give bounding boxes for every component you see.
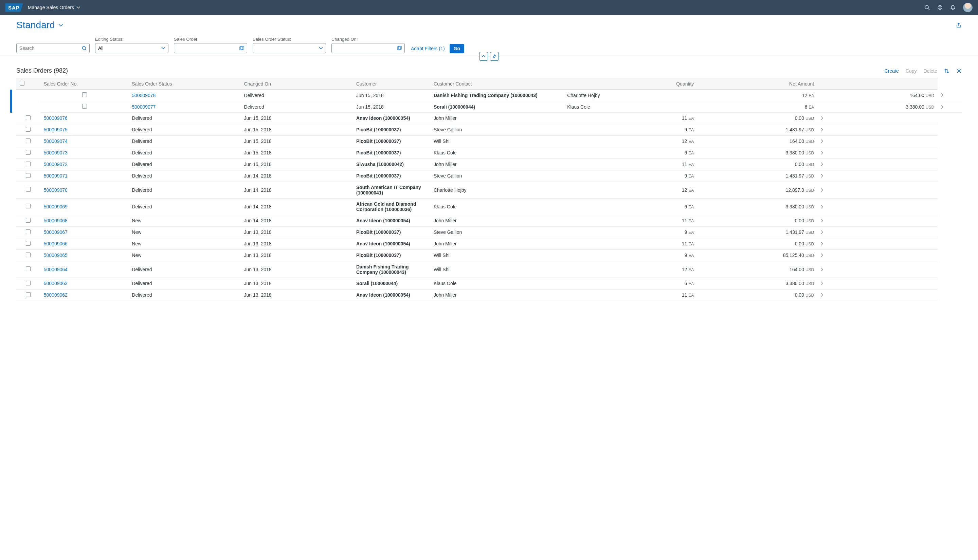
col-net-amount[interactable]: Net Amount: [697, 78, 818, 90]
col-changed-on[interactable]: Changed On: [241, 78, 353, 90]
order-no-link[interactable]: 500009069: [44, 204, 68, 209]
col-quantity[interactable]: Quantity: [564, 78, 697, 90]
chevron-right-icon[interactable]: [821, 230, 934, 234]
sales-order-input[interactable]: [174, 45, 237, 51]
pin-button[interactable]: [490, 52, 499, 61]
order-no-link[interactable]: 500009063: [44, 281, 68, 286]
chevron-right-icon[interactable]: [821, 116, 934, 120]
order-no-link[interactable]: 500009072: [44, 162, 68, 167]
shell-title[interactable]: Manage Sales Orders: [28, 5, 80, 10]
row-checkbox[interactable]: [82, 104, 87, 108]
col-contact[interactable]: Customer Contact: [430, 78, 564, 90]
order-no-link[interactable]: 500009074: [44, 138, 68, 144]
chevron-right-icon[interactable]: [821, 242, 934, 246]
table-row[interactable]: 500009069DeliveredJun 14, 2018African Go…: [16, 198, 962, 215]
variant-selector[interactable]: Standard: [16, 20, 63, 30]
chevron-right-icon[interactable]: [941, 93, 958, 97]
bell-icon[interactable]: [950, 5, 956, 10]
avatar[interactable]: [963, 3, 973, 12]
table-row[interactable]: 500009063DeliveredJun 13, 2018Sorali (10…: [16, 278, 962, 289]
row-checkbox[interactable]: [26, 173, 30, 178]
go-button[interactable]: Go: [450, 44, 464, 53]
sales-order-status-select[interactable]: [253, 43, 326, 53]
adapt-filters-button[interactable]: Adapt Filters (1): [411, 46, 445, 51]
search-icon[interactable]: [79, 46, 89, 50]
chevron-right-icon[interactable]: [821, 293, 934, 297]
value-help-icon[interactable]: [237, 46, 247, 50]
table-row[interactable]: 500009071DeliveredJun 14, 2018PicoBit (1…: [16, 170, 962, 182]
order-no-link[interactable]: 500009071: [44, 173, 68, 178]
copy-button[interactable]: Copy: [906, 68, 917, 73]
col-status[interactable]: Sales Order Status: [129, 78, 240, 90]
table-row[interactable]: 500009077DeliveredJun 15, 2018Sorali (10…: [16, 101, 962, 113]
row-checkbox[interactable]: [26, 241, 30, 246]
row-checkbox[interactable]: [82, 92, 87, 97]
chevron-right-icon[interactable]: [821, 218, 934, 223]
row-checkbox[interactable]: [26, 187, 30, 192]
order-no-link[interactable]: 500009070: [44, 187, 68, 193]
chevron-right-icon[interactable]: [941, 105, 958, 109]
table-row[interactable]: 500009073DeliveredJun 15, 2018PicoBit (1…: [16, 147, 962, 158]
order-no-link[interactable]: 500009067: [44, 230, 68, 235]
table-row[interactable]: 500009072DeliveredJun 15, 2018Siwusha (1…: [16, 158, 962, 170]
chevron-right-icon[interactable]: [821, 253, 934, 257]
value-help-icon[interactable]: [394, 46, 404, 50]
order-no-link[interactable]: 500009062: [44, 292, 68, 298]
row-checkbox[interactable]: [26, 292, 30, 297]
row-checkbox[interactable]: [26, 253, 30, 257]
create-button[interactable]: Create: [885, 68, 899, 73]
row-checkbox[interactable]: [26, 150, 30, 155]
row-checkbox[interactable]: [26, 162, 30, 166]
chevron-right-icon[interactable]: [821, 188, 934, 192]
table-row[interactable]: 500009062DeliveredJun 13, 2018Anav Ideon…: [16, 289, 962, 301]
editing-status-select[interactable]: [95, 43, 169, 53]
row-checkbox[interactable]: [26, 115, 30, 120]
order-no-link[interactable]: 500009078: [132, 93, 155, 98]
table-row[interactable]: 500009064DeliveredJun 13, 2018Danish Fis…: [16, 261, 962, 278]
changed-on-input[interactable]: [332, 45, 394, 51]
row-checkbox[interactable]: [26, 138, 30, 143]
chevron-right-icon[interactable]: [821, 205, 934, 209]
table-row[interactable]: 500009075DeliveredJun 15, 2018PicoBit (1…: [16, 124, 962, 135]
row-checkbox[interactable]: [26, 203, 30, 208]
chevron-right-icon[interactable]: [821, 174, 934, 178]
chevron-right-icon[interactable]: [821, 128, 934, 132]
order-no-link[interactable]: 500009064: [44, 267, 68, 272]
sort-button[interactable]: [944, 68, 950, 73]
order-no-link[interactable]: 500009077: [132, 104, 155, 110]
table-row[interactable]: 500009074DeliveredJun 15, 2018PicoBit (1…: [16, 135, 962, 147]
sap-logo[interactable]: SAP: [5, 3, 23, 12]
chevron-right-icon[interactable]: [821, 267, 934, 272]
row-checkbox[interactable]: [26, 127, 30, 132]
order-no-link[interactable]: 500009075: [44, 127, 68, 132]
chevron-right-icon[interactable]: [821, 282, 934, 285]
row-checkbox[interactable]: [26, 267, 30, 271]
search-icon[interactable]: [925, 5, 930, 10]
row-checkbox[interactable]: [26, 230, 30, 234]
col-order-no[interactable]: Sales Order No.: [40, 78, 129, 90]
order-no-link[interactable]: 500009076: [44, 115, 68, 121]
row-checkbox[interactable]: [26, 218, 30, 223]
order-no-link[interactable]: 500009065: [44, 253, 68, 258]
collapse-button[interactable]: [479, 52, 488, 61]
col-customer[interactable]: Customer: [353, 78, 430, 90]
order-no-link[interactable]: 500009066: [44, 241, 68, 247]
table-row[interactable]: 500009066NewJun 13, 2018Anav Ideon (1000…: [16, 238, 962, 250]
delete-button[interactable]: Delete: [924, 68, 937, 73]
table-row[interactable]: 500009067NewJun 13, 2018PicoBit (1000000…: [16, 227, 962, 238]
table-row[interactable]: 500009068NewJun 14, 2018Anav Ideon (1000…: [16, 215, 962, 227]
table-row[interactable]: 500009078DeliveredJun 15, 2018Danish Fis…: [16, 90, 962, 101]
share-button[interactable]: [956, 22, 962, 28]
row-checkbox[interactable]: [26, 281, 30, 285]
chevron-right-icon[interactable]: [821, 139, 934, 143]
search-input[interactable]: [17, 45, 79, 51]
order-no-link[interactable]: 500009073: [44, 150, 68, 155]
table-row[interactable]: 500009065NewJun 13, 2018PicoBit (1000000…: [16, 250, 962, 261]
chevron-right-icon[interactable]: [821, 162, 934, 166]
select-all-checkbox[interactable]: [20, 81, 25, 85]
table-row[interactable]: 500009070DeliveredJun 14, 2018South Amer…: [16, 182, 962, 198]
order-no-link[interactable]: 500009068: [44, 218, 68, 223]
settings-button[interactable]: [956, 68, 962, 73]
copilot-icon[interactable]: [937, 5, 943, 10]
table-row[interactable]: 500009076DeliveredJun 15, 2018Anav Ideon…: [16, 113, 962, 124]
